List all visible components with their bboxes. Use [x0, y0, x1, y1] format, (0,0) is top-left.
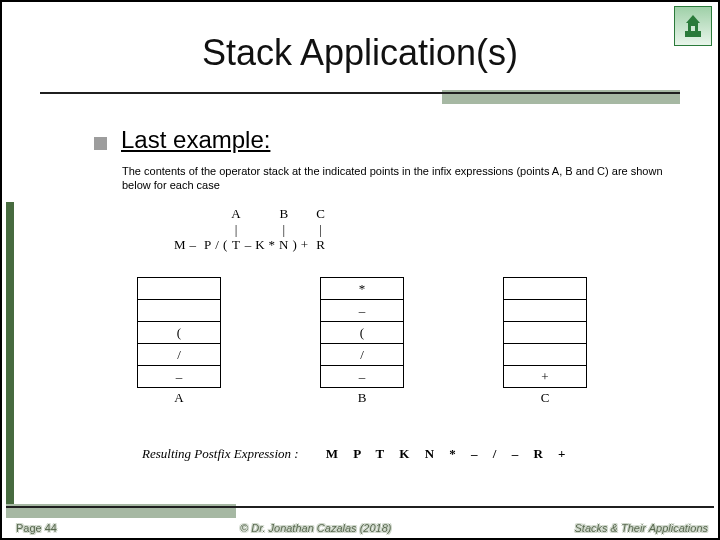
- stack-b: * – ( / – B: [320, 277, 404, 406]
- description-text: The contents of the operator stack at th…: [122, 164, 678, 193]
- section-heading-row: Last example:: [94, 126, 270, 154]
- slide-title: Stack Application(s): [2, 32, 718, 74]
- slide: Stack Application(s) Last example: The c…: [2, 2, 718, 538]
- title-rule: [40, 92, 680, 94]
- stack-diagrams: ( / – A * – ( / – B + C: [137, 277, 587, 406]
- section-heading: Last example:: [121, 126, 270, 154]
- infix-expression-diagram: ABC ||| M–P/(T–K*N)+R: [172, 206, 331, 253]
- footer-topic: Stacks & Their Applications: [575, 522, 708, 534]
- footer-author: © Dr. Jonathan Cazalas (2018): [57, 522, 575, 534]
- result-postfix-line: Resulting Postfix Expression : M P T K N…: [142, 446, 571, 462]
- stack-c-label: C: [541, 390, 550, 406]
- svg-rect-3: [691, 26, 695, 31]
- stack-a: ( / – A: [137, 277, 221, 406]
- footer-rule: [6, 506, 714, 508]
- left-accent-bar: [6, 202, 14, 504]
- stack-a-label: A: [174, 390, 183, 406]
- footer-page-number: Page 44: [16, 522, 57, 534]
- svg-marker-1: [686, 15, 700, 23]
- stack-c: + C: [503, 277, 587, 406]
- stack-b-label: B: [358, 390, 367, 406]
- result-label: Resulting Postfix Expression :: [142, 446, 299, 461]
- footer: Page 44 © Dr. Jonathan Cazalas (2018) St…: [2, 506, 718, 538]
- result-value: M P T K N * – / – R +: [326, 446, 572, 461]
- square-bullet-icon: [94, 137, 107, 150]
